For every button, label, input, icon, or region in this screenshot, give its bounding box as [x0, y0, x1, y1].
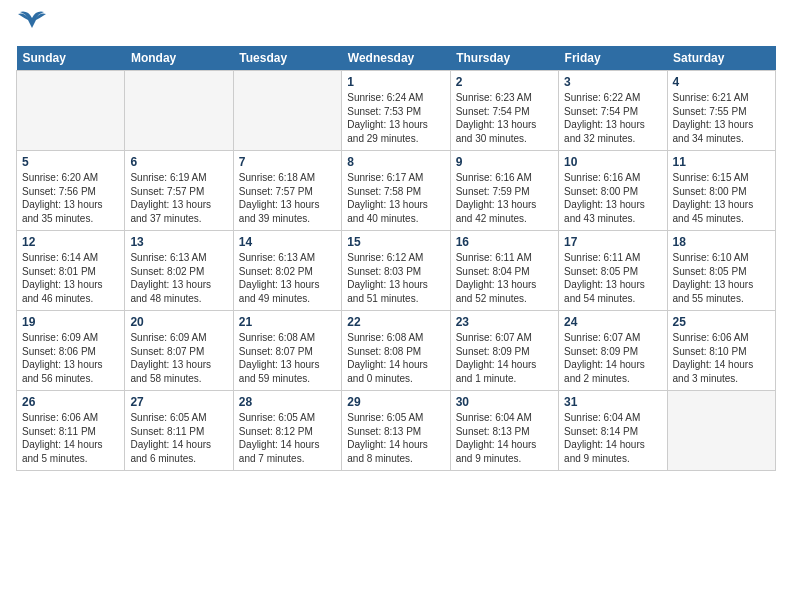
calendar-cell: 20Sunrise: 6:09 AM Sunset: 8:07 PM Dayli… — [125, 311, 233, 391]
day-number: 12 — [22, 235, 119, 249]
calendar-cell: 19Sunrise: 6:09 AM Sunset: 8:06 PM Dayli… — [17, 311, 125, 391]
day-number: 31 — [564, 395, 661, 409]
calendar-cell: 9Sunrise: 6:16 AM Sunset: 7:59 PM Daylig… — [450, 151, 558, 231]
day-info: Sunrise: 6:10 AM Sunset: 8:05 PM Dayligh… — [673, 251, 770, 305]
calendar-cell: 6Sunrise: 6:19 AM Sunset: 7:57 PM Daylig… — [125, 151, 233, 231]
day-number: 24 — [564, 315, 661, 329]
day-number: 14 — [239, 235, 336, 249]
day-info: Sunrise: 6:17 AM Sunset: 7:58 PM Dayligh… — [347, 171, 444, 225]
day-number: 5 — [22, 155, 119, 169]
day-number: 27 — [130, 395, 227, 409]
day-info: Sunrise: 6:08 AM Sunset: 8:07 PM Dayligh… — [239, 331, 336, 385]
calendar-cell — [233, 71, 341, 151]
day-info: Sunrise: 6:08 AM Sunset: 8:08 PM Dayligh… — [347, 331, 444, 385]
calendar-cell: 4Sunrise: 6:21 AM Sunset: 7:55 PM Daylig… — [667, 71, 775, 151]
day-number: 18 — [673, 235, 770, 249]
calendar-cell: 2Sunrise: 6:23 AM Sunset: 7:54 PM Daylig… — [450, 71, 558, 151]
calendar-cell: 7Sunrise: 6:18 AM Sunset: 7:57 PM Daylig… — [233, 151, 341, 231]
calendar-cell — [17, 71, 125, 151]
day-number: 3 — [564, 75, 661, 89]
calendar-cell — [125, 71, 233, 151]
day-number: 28 — [239, 395, 336, 409]
day-info: Sunrise: 6:24 AM Sunset: 7:53 PM Dayligh… — [347, 91, 444, 145]
day-info: Sunrise: 6:20 AM Sunset: 7:56 PM Dayligh… — [22, 171, 119, 225]
calendar-cell: 21Sunrise: 6:08 AM Sunset: 8:07 PM Dayli… — [233, 311, 341, 391]
day-info: Sunrise: 6:06 AM Sunset: 8:11 PM Dayligh… — [22, 411, 119, 465]
day-number: 13 — [130, 235, 227, 249]
header-thursday: Thursday — [450, 46, 558, 71]
calendar-cell: 17Sunrise: 6:11 AM Sunset: 8:05 PM Dayli… — [559, 231, 667, 311]
calendar-cell: 5Sunrise: 6:20 AM Sunset: 7:56 PM Daylig… — [17, 151, 125, 231]
day-info: Sunrise: 6:18 AM Sunset: 7:57 PM Dayligh… — [239, 171, 336, 225]
calendar-cell: 1Sunrise: 6:24 AM Sunset: 7:53 PM Daylig… — [342, 71, 450, 151]
calendar-cell: 18Sunrise: 6:10 AM Sunset: 8:05 PM Dayli… — [667, 231, 775, 311]
day-info: Sunrise: 6:23 AM Sunset: 7:54 PM Dayligh… — [456, 91, 553, 145]
day-info: Sunrise: 6:19 AM Sunset: 7:57 PM Dayligh… — [130, 171, 227, 225]
day-info: Sunrise: 6:05 AM Sunset: 8:11 PM Dayligh… — [130, 411, 227, 465]
logo — [16, 16, 46, 38]
header-tuesday: Tuesday — [233, 46, 341, 71]
day-number: 20 — [130, 315, 227, 329]
calendar-cell: 11Sunrise: 6:15 AM Sunset: 8:00 PM Dayli… — [667, 151, 775, 231]
week-row-1: 1Sunrise: 6:24 AM Sunset: 7:53 PM Daylig… — [17, 71, 776, 151]
day-info: Sunrise: 6:11 AM Sunset: 8:04 PM Dayligh… — [456, 251, 553, 305]
day-info: Sunrise: 6:16 AM Sunset: 7:59 PM Dayligh… — [456, 171, 553, 225]
day-number: 23 — [456, 315, 553, 329]
calendar-cell: 22Sunrise: 6:08 AM Sunset: 8:08 PM Dayli… — [342, 311, 450, 391]
calendar-cell: 10Sunrise: 6:16 AM Sunset: 8:00 PM Dayli… — [559, 151, 667, 231]
day-number: 10 — [564, 155, 661, 169]
day-number: 22 — [347, 315, 444, 329]
header-sunday: Sunday — [17, 46, 125, 71]
day-info: Sunrise: 6:12 AM Sunset: 8:03 PM Dayligh… — [347, 251, 444, 305]
day-info: Sunrise: 6:09 AM Sunset: 8:07 PM Dayligh… — [130, 331, 227, 385]
page-header — [16, 16, 776, 38]
header-saturday: Saturday — [667, 46, 775, 71]
day-number: 16 — [456, 235, 553, 249]
header-row: SundayMondayTuesdayWednesdayThursdayFrid… — [17, 46, 776, 71]
calendar-cell: 12Sunrise: 6:14 AM Sunset: 8:01 PM Dayli… — [17, 231, 125, 311]
calendar-table: SundayMondayTuesdayWednesdayThursdayFrid… — [16, 46, 776, 471]
calendar-cell: 23Sunrise: 6:07 AM Sunset: 8:09 PM Dayli… — [450, 311, 558, 391]
day-info: Sunrise: 6:07 AM Sunset: 8:09 PM Dayligh… — [456, 331, 553, 385]
day-info: Sunrise: 6:21 AM Sunset: 7:55 PM Dayligh… — [673, 91, 770, 145]
week-row-5: 26Sunrise: 6:06 AM Sunset: 8:11 PM Dayli… — [17, 391, 776, 471]
day-info: Sunrise: 6:04 AM Sunset: 8:14 PM Dayligh… — [564, 411, 661, 465]
day-info: Sunrise: 6:15 AM Sunset: 8:00 PM Dayligh… — [673, 171, 770, 225]
day-info: Sunrise: 6:05 AM Sunset: 8:12 PM Dayligh… — [239, 411, 336, 465]
calendar-cell: 3Sunrise: 6:22 AM Sunset: 7:54 PM Daylig… — [559, 71, 667, 151]
day-number: 17 — [564, 235, 661, 249]
day-number: 7 — [239, 155, 336, 169]
day-info: Sunrise: 6:16 AM Sunset: 8:00 PM Dayligh… — [564, 171, 661, 225]
calendar-cell: 29Sunrise: 6:05 AM Sunset: 8:13 PM Dayli… — [342, 391, 450, 471]
calendar-cell: 24Sunrise: 6:07 AM Sunset: 8:09 PM Dayli… — [559, 311, 667, 391]
day-number: 30 — [456, 395, 553, 409]
day-number: 15 — [347, 235, 444, 249]
calendar-cell: 16Sunrise: 6:11 AM Sunset: 8:04 PM Dayli… — [450, 231, 558, 311]
calendar-cell: 25Sunrise: 6:06 AM Sunset: 8:10 PM Dayli… — [667, 311, 775, 391]
day-number: 25 — [673, 315, 770, 329]
day-info: Sunrise: 6:14 AM Sunset: 8:01 PM Dayligh… — [22, 251, 119, 305]
day-info: Sunrise: 6:05 AM Sunset: 8:13 PM Dayligh… — [347, 411, 444, 465]
day-number: 6 — [130, 155, 227, 169]
day-number: 29 — [347, 395, 444, 409]
calendar-cell: 15Sunrise: 6:12 AM Sunset: 8:03 PM Dayli… — [342, 231, 450, 311]
calendar-cell — [667, 391, 775, 471]
day-info: Sunrise: 6:13 AM Sunset: 8:02 PM Dayligh… — [239, 251, 336, 305]
calendar-cell: 27Sunrise: 6:05 AM Sunset: 8:11 PM Dayli… — [125, 391, 233, 471]
calendar-cell: 31Sunrise: 6:04 AM Sunset: 8:14 PM Dayli… — [559, 391, 667, 471]
day-number: 21 — [239, 315, 336, 329]
day-info: Sunrise: 6:04 AM Sunset: 8:13 PM Dayligh… — [456, 411, 553, 465]
week-row-2: 5Sunrise: 6:20 AM Sunset: 7:56 PM Daylig… — [17, 151, 776, 231]
header-friday: Friday — [559, 46, 667, 71]
day-info: Sunrise: 6:06 AM Sunset: 8:10 PM Dayligh… — [673, 331, 770, 385]
logo-bird-icon — [18, 8, 46, 28]
day-number: 26 — [22, 395, 119, 409]
day-info: Sunrise: 6:11 AM Sunset: 8:05 PM Dayligh… — [564, 251, 661, 305]
week-row-3: 12Sunrise: 6:14 AM Sunset: 8:01 PM Dayli… — [17, 231, 776, 311]
day-number: 2 — [456, 75, 553, 89]
day-number: 9 — [456, 155, 553, 169]
day-number: 11 — [673, 155, 770, 169]
day-info: Sunrise: 6:13 AM Sunset: 8:02 PM Dayligh… — [130, 251, 227, 305]
calendar-cell: 8Sunrise: 6:17 AM Sunset: 7:58 PM Daylig… — [342, 151, 450, 231]
day-info: Sunrise: 6:22 AM Sunset: 7:54 PM Dayligh… — [564, 91, 661, 145]
